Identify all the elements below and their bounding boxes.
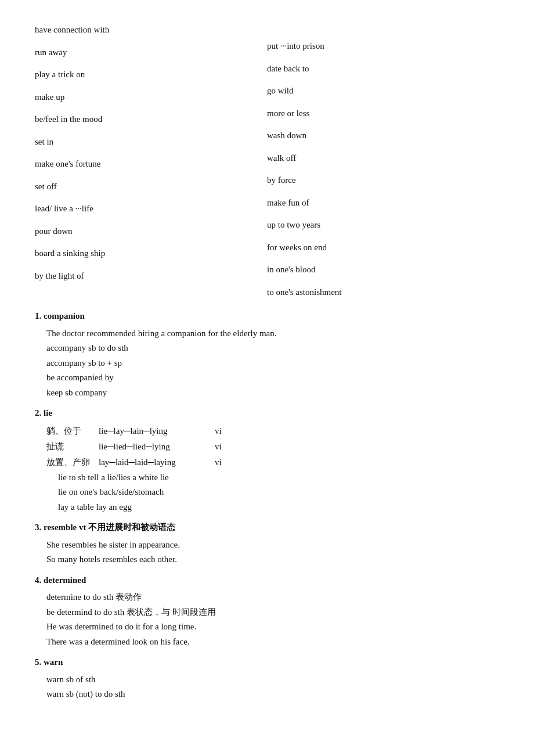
lie-extra-line: lie on one's back/side/stomach xyxy=(58,485,499,500)
vocab-line: be accompanied by xyxy=(46,370,499,386)
left-phrase-item: be/feel in the mood xyxy=(35,113,267,126)
items-container: 1. companionThe doctor recommended hirin… xyxy=(35,309,499,702)
vocab-heading: 4. determined xyxy=(35,573,499,588)
left-column: have connection withrun awayplay a trick… xyxy=(35,23,267,298)
lie-row: 躺、位于lie─lay─lain─lyingvi xyxy=(46,423,499,439)
lie-forms: lie─lay─lain─lying xyxy=(99,423,215,439)
lie-extras: lie to sb tell a lie/lies a white lielie… xyxy=(46,470,499,515)
phrase-columns: have connection withrun awayplay a trick… xyxy=(35,23,499,298)
right-phrase-item: wash down xyxy=(267,129,499,142)
right-phrase-item: walk off xyxy=(267,152,499,165)
vocab-line: warn sb of sth xyxy=(46,672,499,687)
right-phrase-item: in one's blood xyxy=(267,263,499,276)
lie-extra-line: lie to sb tell a lie/lies a white lie xyxy=(58,470,499,485)
left-phrase-item: make one's fortune xyxy=(35,157,267,171)
vocab-line: She resembles he sister in appearance. xyxy=(46,538,499,553)
lie-meaning: 放置、产卵 xyxy=(46,455,99,470)
left-phrase-item: make up xyxy=(35,91,267,104)
left-phrase-item: play a trick on xyxy=(35,68,267,81)
right-phrase-item: to one's astonishment xyxy=(267,286,499,299)
lie-meaning: 扯谎 xyxy=(46,439,99,455)
vocab-heading: 3. resemble vt 不用进展时和被动语态 xyxy=(35,520,499,535)
vocab-lines: warn sb of sthwarn sb (not) to do sth xyxy=(35,672,499,702)
lie-meaning: 躺、位于 xyxy=(46,423,99,439)
lie-forms: lay─laid─laid─laying xyxy=(99,455,215,470)
vocab-item: 2. lie躺、位于lie─lay─lain─lyingvi扯谎lie─lied… xyxy=(35,406,499,514)
lie-row: 放置、产卵lay─laid─laid─layingvi xyxy=(46,455,499,470)
left-phrase-item: board a sinking ship xyxy=(35,247,267,260)
left-phrase-item: by the light of xyxy=(35,269,267,283)
vocab-line: He was determined to do it for a long ti… xyxy=(46,620,499,635)
right-phrase-item: by force xyxy=(267,174,499,187)
right-phrase-item: put ···into prison xyxy=(267,39,499,53)
vocab-line: So many hotels resembles each other. xyxy=(46,552,499,567)
vocab-line: The doctor recommended hiring a companio… xyxy=(46,326,499,341)
left-phrase-item: run away xyxy=(35,46,267,59)
left-phrase-item: set in xyxy=(35,135,267,149)
lie-table: 躺、位于lie─lay─lain─lyingvi扯谎lie─lied─lied─… xyxy=(35,423,499,515)
lie-extra-line: lay a table lay an egg xyxy=(58,500,499,515)
right-phrase-item: date back to xyxy=(267,62,499,75)
lie-row: 扯谎lie─lied─lied─lyingvi xyxy=(46,439,499,455)
vocab-heading: 1. companion xyxy=(35,309,499,324)
vocab-item: 3. resemble vt 不用进展时和被动语态She resembles h… xyxy=(35,520,499,567)
right-phrase-item: for weeks on end xyxy=(267,241,499,254)
vocab-heading: 2. lie xyxy=(35,406,499,421)
vocab-line: accompany sb to + sp xyxy=(46,356,499,371)
left-phrase-item: have connection with xyxy=(35,23,267,37)
vocab-lines: determine to do sth 表动作be determind to d… xyxy=(35,590,499,649)
vocab-lines: The doctor recommended hiring a companio… xyxy=(35,326,499,401)
vocab-line: be determind to do sth 表状态，与 时间段连用 xyxy=(46,605,499,620)
right-phrase-item: go wild xyxy=(267,84,499,98)
right-phrase-item: make fun of xyxy=(267,196,499,210)
vocab-line: keep sb company xyxy=(46,386,499,401)
right-column: put ···into prisondate back togo wildmor… xyxy=(267,23,499,298)
right-phrase-item: up to two years xyxy=(267,218,499,232)
vocab-item: 4. determineddetermine to do sth 表动作be d… xyxy=(35,573,499,650)
right-phrase-item: more or less xyxy=(267,107,499,120)
vocab-line: determine to do sth 表动作 xyxy=(46,590,499,605)
lie-type: vi xyxy=(215,439,250,455)
left-phrase-item: lead/ live a ···life xyxy=(35,202,267,215)
vocab-item: 1. companionThe doctor recommended hirin… xyxy=(35,309,499,400)
vocab-line: There was a determined look on his face. xyxy=(46,635,499,650)
vocab-lines: She resembles he sister in appearance.So… xyxy=(35,538,499,567)
vocab-line: warn sb (not) to do sth xyxy=(46,687,499,702)
lie-forms: lie─lied─lied─lying xyxy=(99,439,215,455)
left-phrase-item: set off xyxy=(35,180,267,193)
vocab-heading: 5. warn xyxy=(35,655,499,670)
vocab-line: accompany sb to do sth xyxy=(46,341,499,356)
left-phrase-item: pour down xyxy=(35,225,267,238)
vocab-item: 5. warnwarn sb of sthwarn sb (not) to do… xyxy=(35,655,499,702)
lie-type: vi xyxy=(215,423,250,439)
lie-type: vi xyxy=(215,455,250,470)
